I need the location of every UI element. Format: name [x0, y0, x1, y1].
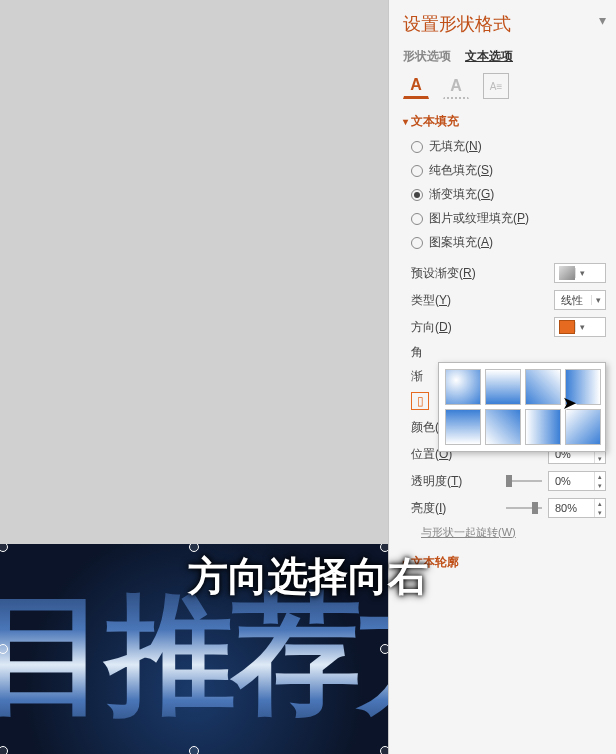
- dir-radial[interactable]: [445, 369, 481, 405]
- canvas-area: 目推荐方: [0, 0, 388, 754]
- type-dropdown[interactable]: 线性▾: [554, 290, 606, 310]
- dir-right-to-left[interactable]: [525, 409, 561, 445]
- dir-topleft-to-bottomright[interactable]: [565, 409, 601, 445]
- fill-type-radios: 无填充(N) 纯色填充(S) 渐变填充(G) 图片或纹理填充(P) 图案填充(A…: [411, 138, 606, 251]
- radio-dot: [411, 213, 423, 225]
- handle-top-center[interactable]: [189, 544, 199, 552]
- preset-gradient-dropdown[interactable]: ▾: [554, 263, 606, 283]
- spin-down[interactable]: ▾: [595, 508, 605, 517]
- text-effects-icon[interactable]: A: [443, 73, 469, 99]
- tab-text-options[interactable]: 文本选项: [465, 48, 513, 65]
- direction-dropdown[interactable]: ▾: [554, 317, 606, 337]
- dir-bottom-to-top[interactable]: [445, 409, 481, 445]
- spin-down[interactable]: ▾: [595, 454, 605, 463]
- row-transparency: 透明度(T) 0%▴▾: [411, 471, 606, 491]
- selection-box: [0, 544, 388, 754]
- radio-picture-fill[interactable]: 图片或纹理填充(P): [411, 210, 606, 227]
- handle-bottom-left[interactable]: [0, 746, 8, 754]
- row-direction: 方向(D) ▾: [411, 317, 606, 337]
- handle-top-right[interactable]: [380, 544, 388, 552]
- radio-no-fill[interactable]: 无填充(N): [411, 138, 606, 155]
- slide-preview[interactable]: 目推荐方: [0, 544, 388, 754]
- radio-dot: [411, 189, 423, 201]
- brightness-spinner[interactable]: 80%▴▾: [548, 498, 606, 518]
- text-option-icons: A A A≡: [403, 73, 606, 99]
- row-preset-gradient: 预设渐变(R) ▾: [411, 263, 606, 283]
- handle-bottom-center[interactable]: [189, 746, 199, 754]
- radio-dot: [411, 237, 423, 249]
- dir-topright-to-bottomleft[interactable]: [525, 369, 561, 405]
- handle-middle-right[interactable]: [380, 644, 388, 654]
- section-text-fill[interactable]: 文本填充: [403, 113, 606, 130]
- dir-bottomleft-to-topright[interactable]: [485, 409, 521, 445]
- row-brightness: 亮度(I) 80%▴▾: [411, 498, 606, 518]
- panel-title: 设置形状格式: [403, 12, 606, 36]
- handle-bottom-right[interactable]: [380, 746, 388, 754]
- radio-gradient-fill[interactable]: 渐变填充(G): [411, 186, 606, 203]
- panel-menu-caret[interactable]: ▾: [599, 12, 606, 28]
- radio-pattern-fill[interactable]: 图案填充(A): [411, 234, 606, 251]
- direction-flyout: [438, 362, 606, 452]
- panel-tabs: 形状选项 文本选项: [403, 48, 606, 65]
- rotate-with-shape-link: 与形状一起旋转(W): [421, 525, 606, 540]
- handle-middle-left[interactable]: [0, 644, 8, 654]
- tab-shape-options[interactable]: 形状选项: [403, 48, 451, 65]
- transparency-slider[interactable]: [506, 474, 542, 488]
- gradient-stop-add[interactable]: ▯: [411, 392, 429, 410]
- radio-dot: [411, 141, 423, 153]
- direction-swatch-icon: [559, 320, 575, 334]
- spin-up[interactable]: ▴: [595, 472, 605, 481]
- row-angle: 角: [411, 344, 606, 361]
- transparency-spinner[interactable]: 0%▴▾: [548, 471, 606, 491]
- dir-top-to-bottom[interactable]: [485, 369, 521, 405]
- gradient-swatch-icon: [559, 266, 575, 280]
- dir-left-to-right[interactable]: [565, 369, 601, 405]
- row-type: 类型(Y) 线性▾: [411, 290, 606, 310]
- brightness-slider[interactable]: [506, 501, 542, 515]
- textbox-icon[interactable]: A≡: [483, 73, 509, 99]
- text-fill-outline-icon[interactable]: A: [403, 73, 429, 99]
- radio-dot: [411, 165, 423, 177]
- spin-down[interactable]: ▾: [595, 481, 605, 490]
- radio-solid-fill[interactable]: 纯色填充(S): [411, 162, 606, 179]
- handle-top-left[interactable]: [0, 544, 8, 552]
- spin-up[interactable]: ▴: [595, 499, 605, 508]
- section-text-outline[interactable]: 文本轮廓: [403, 554, 606, 571]
